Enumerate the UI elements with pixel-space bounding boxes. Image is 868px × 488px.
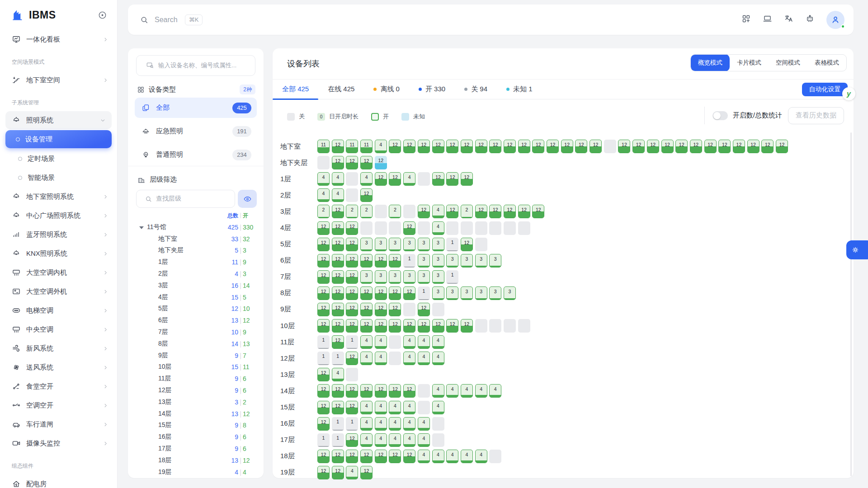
device-tile[interactable]: 4 (317, 172, 330, 186)
device-tile[interactable]: 1 (332, 433, 344, 447)
device-tile[interactable]: 12 (332, 466, 344, 479)
device-tile[interactable]: 12 (489, 205, 501, 218)
device-tile[interactable]: 12 (389, 140, 401, 153)
device-tile[interactable]: 4 (489, 384, 501, 398)
device-tile[interactable]: 3 (403, 238, 415, 251)
device-tile[interactable]: 3 (375, 270, 387, 284)
device-tile[interactable]: 2 (346, 205, 358, 218)
device-tile[interactable]: 12 (718, 140, 731, 153)
device-tile[interactable]: 4 (432, 352, 444, 365)
device-tile[interactable]: 12 (504, 205, 516, 218)
device-tile[interactable]: 3 (489, 254, 501, 267)
device-tile[interactable]: 12 (446, 319, 458, 333)
device-tile[interactable]: 12 (317, 319, 330, 333)
settings-fab[interactable] (846, 240, 868, 259)
device-tile[interactable]: 12 (346, 352, 358, 365)
device-tile[interactable]: 4 (418, 352, 430, 365)
sidebar-item-照明系统[interactable]: 照明系统 (5, 111, 112, 129)
device-tile[interactable]: 12 (317, 450, 330, 463)
device-tile[interactable] (403, 205, 415, 218)
device-tile[interactable]: 12 (360, 303, 373, 316)
device-tile[interactable]: 12 (360, 466, 373, 479)
device-tile[interactable]: 12 (317, 254, 330, 267)
device-tile[interactable]: 4 (389, 417, 401, 431)
device-tile[interactable]: 12 (332, 221, 344, 235)
device-tile[interactable]: 12 (747, 140, 760, 153)
device-tile[interactable] (475, 238, 487, 251)
device-tile[interactable]: 4 (360, 335, 373, 349)
device-tile[interactable]: 12 (532, 140, 544, 153)
device-tile[interactable]: 12 (461, 238, 473, 251)
tree-node-13层[interactable]: 13层3|2 (128, 396, 257, 408)
device-tile[interactable]: 3 (389, 270, 401, 284)
device-tile[interactable]: 4 (461, 384, 473, 398)
device-tile[interactable]: 1 (346, 417, 358, 431)
device-tile[interactable]: 12 (332, 238, 344, 251)
device-tile[interactable]: 3 (489, 286, 501, 300)
tree-node-6层[interactable]: 6层13|12 (128, 314, 257, 326)
device-tile[interactable]: 12 (332, 254, 344, 267)
device-tile[interactable]: 4 (432, 205, 444, 218)
device-tile[interactable]: 4 (375, 140, 387, 153)
apps-add-button[interactable] (741, 14, 751, 25)
device-tile[interactable]: 12 (518, 205, 530, 218)
caret-down-icon[interactable] (139, 226, 144, 229)
device-tile[interactable]: 4 (403, 417, 415, 431)
scrollbar[interactable] (850, 132, 852, 476)
device-tile[interactable]: 12 (317, 417, 330, 431)
view-history-button[interactable]: 查看历史数据 (788, 107, 844, 124)
sidebar-item-中心广场照明系统[interactable]: 中心广场照明系统 (0, 206, 117, 225)
device-tile[interactable]: 3 (360, 270, 373, 284)
device-tile[interactable]: 12 (446, 205, 458, 218)
device-tile[interactable]: 1 (317, 335, 330, 349)
device-tile[interactable]: 4 (403, 401, 415, 414)
device-tile[interactable] (489, 450, 501, 463)
device-tile[interactable]: 3 (475, 286, 487, 300)
sidebar-item-大堂空调外机[interactable]: 大堂空调外机 (0, 282, 117, 301)
device-tile[interactable]: 3 (418, 254, 430, 267)
tree-node-3层[interactable]: 3层16|14 (128, 280, 257, 291)
device-tile[interactable] (346, 188, 358, 202)
device-tile[interactable]: 12 (332, 335, 344, 349)
sidebar-item-一体化看板[interactable]: 一体化看板 (0, 30, 117, 49)
sidebar-item-食堂空开[interactable]: 食堂空开 (0, 377, 117, 396)
device-tile[interactable]: 12 (389, 384, 401, 398)
tree-node-8层[interactable]: 8层14|13 (128, 338, 257, 350)
device-tile[interactable]: 12 (389, 286, 401, 300)
sidebar-item-智能场景[interactable]: 智能场景 (0, 168, 117, 187)
device-tile[interactable] (432, 303, 444, 316)
status-tab-在线[interactable]: 在线 425 (318, 79, 364, 99)
device-tile[interactable]: 4 (461, 450, 473, 463)
device-tile[interactable] (432, 433, 444, 447)
device-tile[interactable]: 4 (360, 172, 373, 186)
device-tile[interactable]: 12 (475, 205, 487, 218)
device-tile[interactable]: 12 (346, 303, 358, 316)
device-tile[interactable]: 2 (360, 205, 373, 218)
device-tile[interactable]: 4 (317, 188, 330, 202)
sidebar-item-定时场景[interactable]: 定时场景 (0, 149, 117, 168)
device-tile[interactable]: 12 (661, 140, 674, 153)
toggle-visibility-button[interactable] (238, 190, 257, 208)
device-tile[interactable]: 3 (360, 238, 373, 251)
device-type-普通照明[interactable]: 普通照明234 (135, 145, 257, 165)
device-tile[interactable] (418, 384, 430, 398)
sidebar-item-地下室空间[interactable]: 地下室空间 (0, 70, 117, 89)
tree-node-19层[interactable]: 19层4|4 (128, 466, 257, 478)
device-tile[interactable]: 4 (432, 384, 444, 398)
device-tile[interactable] (346, 172, 358, 186)
tree-node-12层[interactable]: 12层9|6 (128, 385, 257, 396)
device-tile[interactable] (461, 221, 473, 235)
device-tile[interactable]: 4 (375, 401, 387, 414)
device-tile[interactable]: 12 (389, 450, 401, 463)
device-tile[interactable]: 12 (375, 450, 387, 463)
device-tile[interactable]: 1 (332, 352, 344, 365)
device-tile[interactable]: 4 (418, 433, 430, 447)
sidebar-item-空调空开[interactable]: 空调空开 (0, 396, 117, 415)
device-tile[interactable]: 12 (733, 140, 745, 153)
device-tile[interactable]: 12 (418, 303, 430, 316)
device-search-input[interactable]: 输入设备名称、编号或属性... (136, 55, 255, 76)
device-tile[interactable]: 4 (346, 466, 358, 479)
device-tile[interactable]: 12 (575, 140, 587, 153)
device-tile[interactable]: 12 (776, 140, 788, 153)
sidebar-item-大堂空调内机[interactable]: 大堂空调内机 (0, 263, 117, 282)
